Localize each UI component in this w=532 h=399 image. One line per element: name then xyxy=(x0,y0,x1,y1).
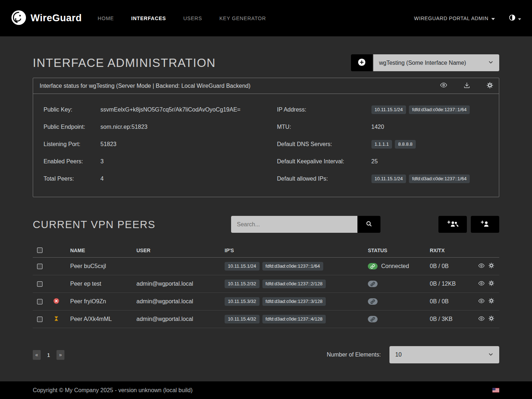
field-value: 1420 xyxy=(371,124,384,130)
add-user-icon xyxy=(481,220,490,228)
gear-icon xyxy=(488,316,494,323)
peer-row-checkbox[interactable] xyxy=(37,299,42,304)
field-label: Total Peers: xyxy=(44,176,100,182)
interface-fields-left: Public Key: ssvmEelxG+k8jsNO5G7cq5r/Ak7l… xyxy=(44,101,269,187)
chevron-down-icon xyxy=(488,352,493,358)
field-listening-port: Listening Port: 51823 xyxy=(44,136,269,153)
field-keepalive: Default Keepalive Interval: 25 xyxy=(277,153,493,170)
nav-interfaces[interactable]: INTERFACES xyxy=(131,15,166,21)
field-value: ssvmEelxG+k8jsNO5G7cq5r/Ak7liCodAvOyoCg1… xyxy=(100,106,240,113)
peer-search-button[interactable] xyxy=(357,216,380,233)
add-interface-button[interactable] xyxy=(351,54,373,71)
peer-row-checkbox[interactable] xyxy=(37,317,42,322)
admin-user-menu[interactable]: WIREGUARD PORTAL ADMIN xyxy=(414,15,495,21)
caret-down-icon xyxy=(518,15,521,22)
add-peer-button[interactable] xyxy=(471,216,499,233)
nav-users[interactable]: USERS xyxy=(183,15,202,21)
peer-edit-button[interactable] xyxy=(488,298,494,305)
field-label: Public Key: xyxy=(44,106,100,113)
peer-ip-badge: fdfd:d3ad:c0de:1237::3/128 xyxy=(262,297,326,306)
main-nav: HOME INTERFACES USERS KEY GENERATOR xyxy=(98,15,266,21)
interface-status-card: Interface status for wgTesting (Server M… xyxy=(33,78,499,197)
nav-home[interactable]: HOME xyxy=(98,15,114,21)
peer-edit-button[interactable] xyxy=(488,280,494,288)
brand-home-link[interactable]: WireGuard xyxy=(11,10,82,27)
copyright-text: Copyright © My Company 2025 - version un… xyxy=(33,387,193,394)
pagination-prev-button[interactable]: « xyxy=(33,350,41,360)
add-multiple-peers-button[interactable] xyxy=(438,216,467,233)
field-value: 4 xyxy=(100,176,104,182)
interface-select-value: wgTesting (Some Interface Name) xyxy=(379,60,466,66)
pagination-next-button[interactable]: » xyxy=(57,350,64,360)
field-public-key: Public Key: ssvmEelxG+k8jsNO5G7cq5r/Ak7l… xyxy=(44,101,269,118)
download-icon xyxy=(464,82,470,90)
select-all-checkbox[interactable] xyxy=(37,248,42,253)
peer-search-group xyxy=(231,216,380,233)
caret-down-icon xyxy=(491,15,495,21)
navbar-right: WIREGUARD PORTAL ADMIN xyxy=(414,14,521,23)
col-user: USER xyxy=(130,248,218,253)
peer-view-button[interactable] xyxy=(478,298,484,305)
peer-user: admin@wgportal.local xyxy=(130,316,218,322)
show-config-button[interactable] xyxy=(440,82,447,90)
peer-ip-badge: 10.11.15.2/32 xyxy=(225,280,260,288)
chevron-down-icon xyxy=(488,59,493,66)
peer-rxtx: 0B / 3KB xyxy=(423,316,464,322)
field-label: Default allowed IPs: xyxy=(277,176,371,182)
download-config-button[interactable] xyxy=(464,82,470,90)
field-total-peers: Total Peers: 4 xyxy=(44,170,269,187)
page-size-label: Number of Elements: xyxy=(327,352,381,358)
peer-disabled-icon xyxy=(53,298,59,305)
field-ip-address: IP Address: 10.11.15.1/24 fdfd:d3ad:c0de… xyxy=(277,101,493,118)
theme-toggle-menu[interactable] xyxy=(509,14,521,23)
peer-row: Peer fryiO9Zn admin@wgportal.local 10.11… xyxy=(33,293,499,310)
disconnected-link-slash-icon xyxy=(368,316,378,322)
connected-link-icon xyxy=(368,263,378,269)
field-value: 25 xyxy=(371,158,378,165)
edit-interface-button[interactable] xyxy=(487,82,493,90)
add-users-icon xyxy=(447,220,459,228)
field-value: 3 xyxy=(100,158,104,165)
page-title: INTERFACE ADMINISTRATION xyxy=(33,56,216,70)
field-value: som.nicr.ep:51823 xyxy=(100,124,148,130)
dns-badge: 1.1.1.1 xyxy=(371,140,392,149)
table-footer: « 1 » Number of Elements: 10 xyxy=(33,346,499,363)
interface-status-card-body: Public Key: ssvmEelxG+k8jsNO5G7cq5r/Ak7l… xyxy=(33,94,499,197)
page-size-value: 10 xyxy=(395,352,402,358)
peer-search-input[interactable] xyxy=(231,216,357,233)
main-content: INTERFACE ADMINISTRATION wgTesting (Some… xyxy=(33,36,499,381)
field-label: Default DNS Servers: xyxy=(277,141,371,148)
eye-icon xyxy=(478,298,484,305)
peer-add-buttons xyxy=(438,216,499,233)
peer-edit-button[interactable] xyxy=(488,316,494,323)
peer-ip-badge: fdfd:d3ad:c0de:1237::1/64 xyxy=(262,262,323,271)
nav-key-generator[interactable]: KEY GENERATOR xyxy=(219,15,266,21)
footer: Copyright © My Company 2025 - version un… xyxy=(0,381,532,399)
theme-half-circle-icon xyxy=(509,14,516,23)
peer-row-checkbox[interactable] xyxy=(37,281,42,287)
peer-name: Peer buC5cxjl xyxy=(64,263,130,269)
peer-ip-badge: 10.11.15.4/32 xyxy=(225,315,260,323)
field-label: Public Endpoint: xyxy=(44,124,100,130)
interface-fields-right: IP Address: 10.11.15.1/24 fdfd:d3ad:c0de… xyxy=(269,101,493,187)
eye-icon xyxy=(478,280,484,288)
field-public-endpoint: Public Endpoint: som.nicr.ep:51823 xyxy=(44,118,269,136)
eye-icon xyxy=(478,316,484,323)
peer-edit-button[interactable] xyxy=(488,263,494,270)
search-icon xyxy=(366,221,372,228)
field-mtu: MTU: 1420 xyxy=(277,118,493,136)
peer-ip-badge: fdfd:d3ad:c0de:1237::2/128 xyxy=(262,280,326,288)
eye-icon xyxy=(440,82,447,90)
field-label: Default Keepalive Interval: xyxy=(277,158,371,165)
peer-view-button[interactable] xyxy=(478,280,484,288)
pagination-current-page[interactable]: 1 xyxy=(44,350,53,360)
peer-view-button[interactable] xyxy=(478,263,484,270)
peer-row: Peer A/Xk4mML admin@wgportal.local 10.11… xyxy=(33,310,499,328)
peer-name: Peer ep test xyxy=(64,281,130,287)
page-size-select[interactable]: 10 xyxy=(389,346,499,363)
interface-select[interactable]: wgTesting (Some Interface Name) xyxy=(373,54,499,71)
peer-view-button[interactable] xyxy=(478,316,484,323)
language-flag-us-icon[interactable] xyxy=(492,388,499,393)
peer-row-checkbox[interactable] xyxy=(37,264,42,269)
navbar: WireGuard HOME INTERFACES USERS KEY GENE… xyxy=(0,0,532,36)
